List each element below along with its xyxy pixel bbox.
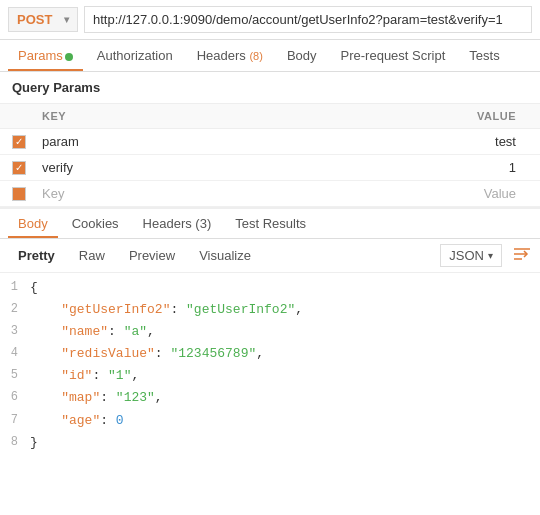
code-content-5: "id": "1",: [30, 365, 540, 387]
checkbox-empty[interactable]: [12, 187, 26, 201]
tab-authorization[interactable]: Authorization: [87, 40, 183, 71]
code-line-5: 5 "id": "1",: [0, 365, 540, 387]
code-line-7: 7 "age": 0: [0, 410, 540, 432]
checkbox-param[interactable]: [12, 135, 26, 149]
tab-headers-response[interactable]: Headers (3): [133, 209, 222, 238]
code-content-8: }: [30, 432, 540, 454]
code-content-7: "age": 0: [30, 410, 540, 432]
params-header: KEY VALUE: [0, 104, 540, 129]
key-cell-param: param: [42, 134, 428, 149]
response-tabs-row: Body Cookies Headers (3) Test Results: [0, 207, 540, 239]
code-line-1: 1 {: [0, 277, 540, 299]
code-line-4: 4 "redisValue": "123456789",: [0, 343, 540, 365]
table-row: verify 1: [0, 155, 540, 181]
code-content-4: "redisValue": "123456789",: [30, 343, 540, 365]
top-bar: POST ▾: [0, 0, 540, 40]
key-cell-empty[interactable]: Key: [42, 186, 428, 201]
value-cell-verify: 1: [428, 160, 528, 175]
checkbox-verify[interactable]: [12, 161, 26, 175]
fmt-pretty[interactable]: Pretty: [8, 244, 65, 267]
fmt-preview[interactable]: Preview: [119, 244, 185, 267]
wrap-svg: [512, 245, 532, 263]
line-num-7: 7: [0, 410, 30, 430]
code-content-6: "map": "123",: [30, 387, 540, 409]
method-label: POST: [17, 12, 52, 27]
line-num-3: 3: [0, 321, 30, 341]
url-input[interactable]: [84, 6, 532, 33]
code-line-3: 3 "name": "a",: [0, 321, 540, 343]
code-content-2: "getUserInfo2": "getUserInfo2",: [30, 299, 540, 321]
tab-prerequest[interactable]: Pre-request Script: [331, 40, 456, 71]
tab-headers[interactable]: Headers (8): [187, 40, 273, 71]
method-dropdown[interactable]: POST ▾: [8, 7, 78, 32]
code-line-8: 8 }: [0, 432, 540, 454]
query-params-title: Query Params: [0, 72, 540, 104]
col-key-header: KEY: [42, 110, 428, 122]
col-value-header: VALUE: [428, 110, 528, 122]
request-tabs-row: Params Authorization Headers (8) Body Pr…: [0, 40, 540, 72]
line-num-1: 1: [0, 277, 30, 297]
table-row-empty: Key Value: [0, 181, 540, 207]
tab-tests[interactable]: Tests: [459, 40, 509, 71]
code-content-3: "name": "a",: [30, 321, 540, 343]
code-line-6: 6 "map": "123",: [0, 387, 540, 409]
tab-cookies[interactable]: Cookies: [62, 209, 129, 238]
check-col-2: [12, 161, 42, 175]
col-check-header: [12, 110, 42, 122]
value-cell-param: test: [428, 134, 528, 149]
line-num-4: 4: [0, 343, 30, 363]
value-cell-empty[interactable]: Value: [428, 186, 528, 201]
wrap-icon[interactable]: [512, 245, 532, 267]
line-num-8: 8: [0, 432, 30, 452]
tab-test-results[interactable]: Test Results: [225, 209, 316, 238]
format-bar: Pretty Raw Preview Visualize JSON ▾: [0, 239, 540, 273]
params-dot: [65, 53, 73, 61]
method-arrow-icon: ▾: [64, 14, 69, 25]
json-arrow-icon: ▾: [488, 250, 493, 261]
line-num-5: 5: [0, 365, 30, 385]
fmt-visualize[interactable]: Visualize: [189, 244, 261, 267]
json-format-select[interactable]: JSON ▾: [440, 244, 502, 267]
params-table: KEY VALUE param test verify 1 Key Value: [0, 104, 540, 207]
tab-body[interactable]: Body: [277, 40, 327, 71]
code-line-2: 2 "getUserInfo2": "getUserInfo2",: [0, 299, 540, 321]
check-col-3: [12, 187, 42, 201]
fmt-raw[interactable]: Raw: [69, 244, 115, 267]
check-col-1: [12, 135, 42, 149]
line-num-2: 2: [0, 299, 30, 319]
key-cell-verify: verify: [42, 160, 428, 175]
table-row: param test: [0, 129, 540, 155]
code-viewer: 1 { 2 "getUserInfo2": "getUserInfo2", 3 …: [0, 273, 540, 458]
tab-params[interactable]: Params: [8, 40, 83, 71]
line-num-6: 6: [0, 387, 30, 407]
tab-body-response[interactable]: Body: [8, 209, 58, 238]
code-content-1: {: [30, 277, 540, 299]
